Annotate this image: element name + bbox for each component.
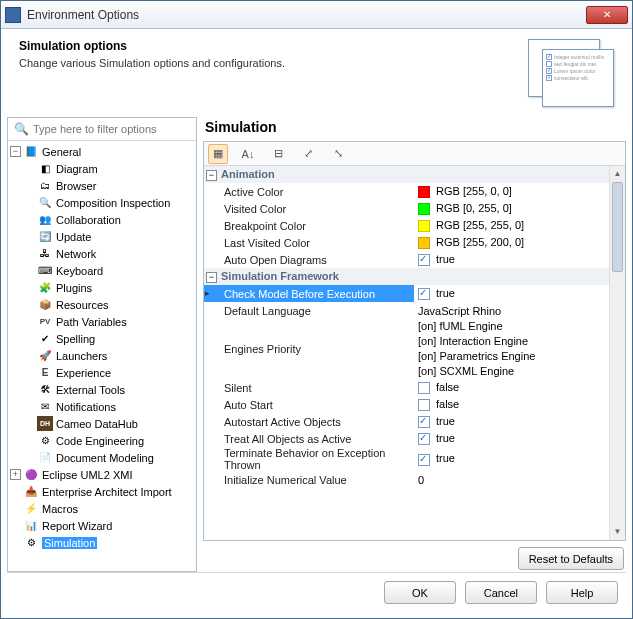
property-value-cell[interactable]: JavaScript Rhino (414, 302, 625, 319)
filter-box[interactable]: 🔍 (8, 118, 196, 141)
tree-item-icon: ✉ (37, 399, 53, 414)
property-value: RGB [0, 255, 0] (436, 202, 512, 214)
tree-item[interactable]: 🛠External Tools (22, 381, 196, 398)
tree-item[interactable]: PVPath Variables (22, 313, 196, 330)
sort-button[interactable]: A↓ (238, 144, 258, 164)
properties-grid[interactable]: −AnimationActive ColorRGB [255, 0, 0]Vis… (204, 166, 625, 540)
cancel-button[interactable]: Cancel (465, 581, 537, 604)
property-name[interactable]: Default Language (204, 302, 414, 319)
tree-item-icon: ⚡ (23, 501, 39, 516)
tree-item-label: Cameo DataHub (56, 418, 138, 430)
tree-item[interactable]: 🗂Browser (22, 177, 196, 194)
search-icon: 🔍 (14, 122, 29, 136)
property-group[interactable]: −Animation (204, 166, 625, 183)
collapse-all-button[interactable]: ⤡ (328, 144, 348, 164)
checkbox-icon[interactable] (418, 416, 430, 428)
property-name[interactable]: Active Color (204, 183, 414, 200)
options-tree[interactable]: − 📘 General ◧Diagram🗂Browser🔍Composition… (8, 141, 196, 571)
property-name[interactable]: Check Model Before Execution (204, 285, 414, 302)
checkbox-icon[interactable] (418, 399, 430, 411)
tree-item[interactable]: ✉Notifications (22, 398, 196, 415)
property-value-cell[interactable]: true (414, 447, 625, 471)
property-name[interactable]: Last Visited Color (204, 234, 414, 251)
property-name[interactable]: Auto Open Diagrams (204, 251, 414, 268)
property-value-cell[interactable]: RGB [255, 200, 0] (414, 234, 625, 251)
property-group[interactable]: −Simulation Framework (204, 268, 625, 285)
tree-item[interactable]: ⌨Keyboard (22, 262, 196, 279)
checkbox-icon[interactable] (418, 254, 430, 266)
checkbox-icon[interactable] (418, 433, 430, 445)
tree-node-general[interactable]: − 📘 General (8, 143, 196, 160)
tree-item[interactable]: EExperience (22, 364, 196, 381)
property-name[interactable]: Treat All Objects as Active (204, 430, 414, 447)
tree-item[interactable]: 👥Collaboration (22, 211, 196, 228)
collapse-icon[interactable]: − (10, 146, 21, 157)
tree-item[interactable]: 📥Enterprise Architect Import (8, 483, 196, 500)
tree-node-eclipse[interactable]: + 🟣 Eclipse UML2 XMI (8, 466, 196, 483)
property-value-cell[interactable]: 0 (414, 471, 625, 488)
tree-item-icon: 📥 (23, 484, 39, 499)
property-name[interactable]: Silent (204, 379, 414, 396)
tree-item[interactable]: 🚀Launchers (22, 347, 196, 364)
tree-item[interactable]: 📦Resources (22, 296, 196, 313)
checkbox-icon[interactable] (418, 454, 430, 466)
tree-item[interactable]: DHCameo DataHub (22, 415, 196, 432)
tree-item-label: Browser (56, 180, 96, 192)
scroll-up-icon[interactable]: ▲ (610, 166, 625, 182)
collapse-icon[interactable]: − (206, 170, 217, 181)
property-name[interactable]: Visited Color (204, 200, 414, 217)
property-value: true (436, 287, 455, 299)
property-name[interactable]: Auto Start (204, 396, 414, 413)
scroll-thumb[interactable] (612, 182, 623, 272)
property-value-cell[interactable]: [on] fUML Engine[on] Interaction Engine[… (414, 319, 625, 379)
property-value-cell[interactable]: false (414, 379, 625, 396)
titlebar[interactable]: Environment Options ✕ (1, 1, 632, 29)
property-value-cell[interactable]: RGB [0, 255, 0] (414, 200, 625, 217)
tree-item[interactable]: 🖧Network (22, 245, 196, 262)
property-name[interactable]: Engines Priority (204, 319, 414, 379)
categorized-button[interactable]: ▦ (208, 144, 228, 164)
property-value-cell[interactable]: true (414, 430, 625, 447)
vertical-scrollbar[interactable]: ▲ ▼ (609, 166, 625, 540)
tree-item-icon: ✔ (37, 331, 53, 346)
tree-item[interactable]: 🔄Update (22, 228, 196, 245)
filter-input[interactable] (33, 123, 190, 135)
expand-button[interactable]: ⊟ (268, 144, 288, 164)
tree-item[interactable]: 📄Document Modeling (22, 449, 196, 466)
tree-item[interactable]: ⚙Simulation (8, 534, 196, 551)
property-name[interactable]: Autostart Active Objects (204, 413, 414, 430)
tree-item[interactable]: ⚡Macros (8, 500, 196, 517)
reset-defaults-button[interactable]: Reset to Defaults (518, 547, 624, 570)
property-value: true (436, 415, 455, 427)
checkbox-icon[interactable] (418, 288, 430, 300)
property-value-cell[interactable]: true (414, 285, 625, 302)
scroll-down-icon[interactable]: ▼ (610, 524, 625, 540)
tree-item[interactable]: ✔Spelling (22, 330, 196, 347)
tree-item-label: Document Modeling (56, 452, 154, 464)
property-value-cell[interactable]: RGB [255, 255, 0] (414, 217, 625, 234)
tree-item[interactable]: ⚙Code Engineering (22, 432, 196, 449)
color-swatch (418, 237, 430, 249)
tree-item[interactable]: ◧Diagram (22, 160, 196, 177)
tree-item-label: Collaboration (56, 214, 121, 226)
property-value-cell[interactable]: true (414, 413, 625, 430)
property-name[interactable]: Breakpoint Color (204, 217, 414, 234)
help-button[interactable]: Help (546, 581, 618, 604)
tree-item[interactable]: 📊Report Wizard (8, 517, 196, 534)
close-button[interactable]: ✕ (586, 6, 628, 24)
tree-item[interactable]: 🧩Plugins (22, 279, 196, 296)
expand-all-button[interactable]: ⤢ (298, 144, 318, 164)
collapse-icon[interactable]: − (206, 272, 217, 283)
property-name[interactable]: Terminate Behavior on Exception Thrown (204, 447, 414, 471)
property-value-cell[interactable]: true (414, 251, 625, 268)
color-swatch (418, 220, 430, 232)
property-value-cell[interactable]: false (414, 396, 625, 413)
property-value-cell[interactable]: RGB [255, 0, 0] (414, 183, 625, 200)
expand-icon[interactable]: + (10, 469, 21, 480)
property-name[interactable]: Initialize Numerical Value (204, 471, 414, 488)
ok-button[interactable]: OK (384, 581, 456, 604)
checkbox-icon[interactable] (418, 382, 430, 394)
options-tree-panel: 🔍 − 📘 General ◧Diagram🗂Browser🔍Compositi… (7, 117, 197, 572)
tree-item[interactable]: 🔍Composition Inspection (22, 194, 196, 211)
tree-item-label: Path Variables (56, 316, 127, 328)
